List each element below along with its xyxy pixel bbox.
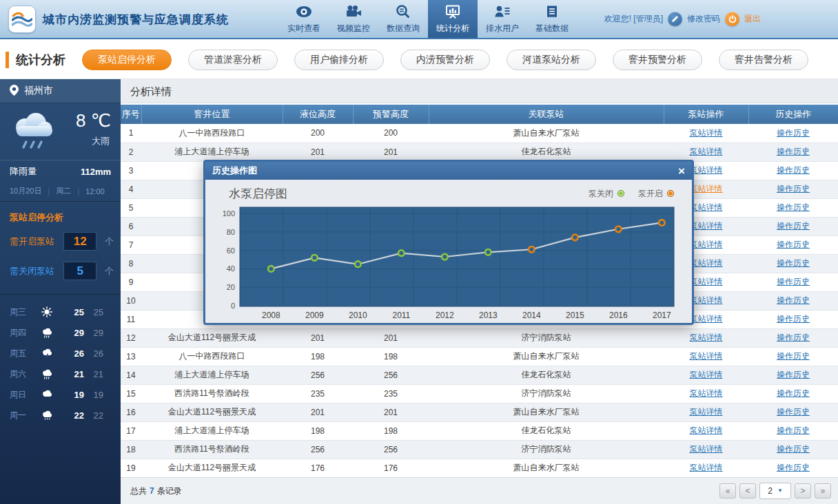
operation-history-link[interactable]: 操作历史 (777, 147, 810, 156)
cell-pump-action: 泵站详情 (664, 143, 748, 161)
nav-item-4[interactable]: 排水用户 (478, 0, 527, 38)
table-row: 13八一中路西段路口198198萧山自来水厂泵站泵站详情操作历史 (121, 347, 838, 366)
cell-station: 佳龙石化泵站 (429, 421, 664, 440)
cell-history-action: 操作历史 (748, 310, 838, 328)
svg-text:2013: 2013 (479, 311, 498, 320)
pump-detail-link[interactable]: 泵站详情 (690, 426, 723, 435)
cell-no: 19 (121, 459, 141, 477)
cell-no: 10 (121, 291, 141, 310)
pump-detail-link[interactable]: 泵站详情 (690, 388, 723, 398)
pump-detail-link[interactable]: 泵站详情 (690, 351, 723, 361)
pump-detail-link[interactable]: 泵站详情 (690, 258, 723, 268)
pump-detail-link[interactable]: 泵站详情 (690, 184, 723, 193)
forecast-low: 25 (84, 307, 103, 317)
cell-pump-action: 泵站详情 (664, 366, 748, 384)
pump-detail-link[interactable]: 泵站详情 (690, 370, 723, 379)
svg-text:40: 40 (227, 264, 235, 273)
table-header: 序号窨井位置液位高度预警高度关联泵站泵站操作历史操作 (121, 105, 838, 124)
last-page-button[interactable]: » (815, 483, 831, 498)
operation-history-link[interactable]: 操作历史 (777, 370, 810, 379)
change-password-button[interactable]: 修改密码 (687, 13, 720, 25)
cell-level: 201 (283, 143, 353, 161)
operation-history-link[interactable]: 操作历史 (777, 240, 810, 249)
tab-pill-1[interactable]: 管道淤塞分析 (188, 50, 278, 70)
nav-item-0[interactable]: 实时查看 (279, 0, 329, 38)
operation-history-link[interactable]: 操作历史 (777, 426, 810, 435)
operation-history-link[interactable]: 操作历史 (777, 184, 810, 193)
operation-history-link[interactable]: 操作历史 (777, 295, 810, 305)
next-page-button[interactable]: > (795, 483, 811, 498)
operation-history-link[interactable]: 操作历史 (777, 314, 810, 324)
forecast-low: 21 (84, 369, 103, 379)
cell-no: 9 (121, 273, 141, 291)
nav-item-1[interactable]: 视频监控 (329, 0, 378, 38)
page-select[interactable]: 2 ▼ (759, 483, 791, 499)
operation-history-link[interactable]: 操作历史 (777, 128, 810, 138)
legend-label: 泵关闭 (589, 188, 613, 200)
panel-title: 分析详情 (121, 79, 838, 103)
pump-detail-link[interactable]: 泵站详情 (690, 295, 723, 305)
tab-pill-0[interactable]: 泵站启停分析 (82, 50, 172, 70)
forecast-row: 周五2626 (0, 343, 121, 364)
column-header: 窨井位置 (141, 105, 283, 124)
tab-pill-2[interactable]: 用户偷排分析 (294, 50, 384, 70)
column-header: 液位高度 (283, 105, 353, 124)
cell-pump-action: 泵站详情 (664, 347, 748, 366)
operation-history-link[interactable]: 操作历史 (777, 165, 810, 175)
forecast-row: 周三2525 (0, 302, 121, 322)
user-area: 欢迎您! [管理员] 修改密码 退出 (604, 0, 761, 38)
operation-history-link[interactable]: 操作历史 (777, 463, 810, 472)
cell-history-action: 操作历史 (748, 161, 838, 180)
operation-history-link[interactable]: 操作历史 (777, 388, 810, 398)
first-page-button[interactable]: « (719, 483, 736, 498)
close-icon[interactable]: × (678, 165, 685, 177)
operation-history-link[interactable]: 操作历史 (777, 277, 810, 286)
nav-item-3[interactable]: 统计分析 (428, 0, 478, 38)
table-row: 19金山大道112号丽景天成176176萧山自来水厂泵站泵站详情操作历史 (121, 459, 838, 477)
tab-pill-4[interactable]: 河道泵站分析 (507, 50, 596, 70)
pump-detail-link[interactable]: 泵站详情 (690, 277, 723, 286)
operation-history-link[interactable]: 操作历史 (777, 221, 810, 231)
forecast-low: 22 (84, 410, 103, 421)
tab-pill-6[interactable]: 窨井告警分析 (719, 50, 808, 70)
pump-detail-link[interactable]: 泵站详情 (690, 147, 723, 156)
nav-item-2[interactable]: 数据查询 (378, 0, 428, 38)
pump-detail-link[interactable]: 泵站详情 (690, 463, 723, 472)
cell-no: 2 (121, 143, 141, 161)
pump-detail-link[interactable]: 泵站详情 (690, 221, 723, 231)
operation-history-link[interactable]: 操作历史 (777, 202, 810, 212)
operation-history-link[interactable]: 操作历史 (777, 444, 810, 454)
svg-text:2016: 2016 (609, 311, 628, 320)
pump-detail-link[interactable]: 泵站详情 (690, 314, 723, 324)
operation-history-link[interactable]: 操作历史 (777, 351, 810, 361)
nav-item-5[interactable]: 基础数据 (527, 0, 577, 38)
table-row: 15西洪路11号祭酒岭段235235济宁消防泵站泵站详情操作历史 (121, 384, 838, 403)
pump-detail-link[interactable]: 泵站详情 (690, 202, 723, 212)
tab-pill-3[interactable]: 内涝预警分析 (400, 50, 490, 70)
pump-detail-link[interactable]: 泵站详情 (690, 240, 723, 249)
pump-detail-link[interactable]: 泵站详情 (690, 333, 723, 342)
operation-history-link[interactable]: 操作历史 (777, 407, 810, 417)
operation-history-link[interactable]: 操作历史 (777, 258, 810, 268)
time-text: 12:00 (85, 187, 105, 196)
legend-item: 泵关闭 (589, 188, 624, 200)
table-row: 12金山大道112号丽景天成201201济宁消防泵站泵站详情操作历史 (121, 328, 838, 347)
cell-level: 176 (283, 459, 353, 477)
cell-warn: 235 (353, 384, 429, 403)
forecast-day: 周四 (10, 327, 40, 339)
pump-detail-link[interactable]: 泵站详情 (690, 444, 723, 454)
operation-history-link[interactable]: 操作历史 (777, 333, 810, 342)
pump-detail-link[interactable]: 泵站详情 (690, 165, 723, 175)
tab-pill-5[interactable]: 窨井预警分析 (613, 50, 702, 70)
forecast-high: 25 (65, 307, 84, 317)
pump-detail-link[interactable]: 泵站详情 (690, 407, 723, 417)
pencil-icon[interactable] (668, 12, 682, 26)
prev-page-button[interactable]: < (739, 483, 756, 498)
welcome-text: 欢迎您! [管理员] (604, 13, 663, 25)
user-list-icon (493, 4, 511, 21)
logout-button[interactable]: 退出 (744, 13, 761, 25)
pump-detail-link[interactable]: 泵站详情 (690, 128, 723, 138)
cell-pump-action: 泵站详情 (664, 440, 748, 459)
cell-pump-action: 泵站详情 (664, 421, 748, 440)
power-icon[interactable] (725, 12, 739, 26)
